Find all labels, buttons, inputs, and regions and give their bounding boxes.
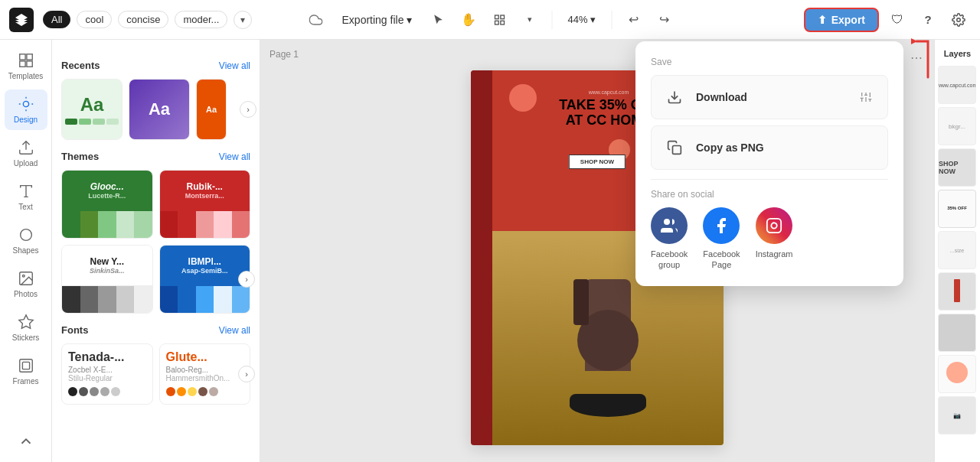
svg-point-13 [22,275,24,277]
svg-rect-8 [26,61,31,67]
fonts-title: Fonts [61,324,88,336]
svg-rect-0 [495,15,498,19]
font-item-tenada[interactable]: Tenada-... Zocbel X-E... Stilu-Regular [61,343,153,405]
sidebar-frames-label: Frames [13,377,39,386]
themes-grid-row1: Glooc... Lucette-R... Rubik-... Montserr… [61,170,250,239]
layer-thumb-4[interactable]: 35% OFF [938,190,976,228]
svg-rect-16 [22,362,29,369]
theme-item-rubik[interactable]: Rubik-... Montserra... [159,170,251,239]
fonts-next-button[interactable]: › [238,366,255,382]
zoom-control[interactable]: 44% ▾ [561,11,602,28]
share-section-label: Share on social [651,189,888,200]
tags-more-button[interactable]: ▾ [234,11,252,29]
layer-thumb-1[interactable]: www.capcut.com [938,66,976,104]
tag-cool[interactable]: cool [77,11,112,28]
app-logo[interactable] [9,8,34,32]
download-settings-icon[interactable] [855,86,877,108]
theme-item-newy[interactable]: New Y... SinkinSa... [61,245,153,314]
cloud-save-icon[interactable] [304,8,328,32]
recent-item-orange[interactable]: Aa [196,79,227,140]
shield-button[interactable]: 🛡 [885,8,910,32]
svg-rect-7 [19,61,24,67]
layer-thumb-3[interactable]: SHOP NOW [938,148,976,187]
font-glute-sub1: Baloo-Reg... [166,366,244,374]
recents-next-button[interactable]: › [240,101,256,118]
layer-thumb-7[interactable] [938,314,976,352]
recent-item-aa[interactable]: Aa [61,79,122,140]
sidebar-item-frames[interactable]: Frames [5,351,47,392]
sidebar-item-photos[interactable]: Photos [5,264,47,304]
facebook-group-icon [651,207,688,244]
export-divider [651,179,888,180]
recents-title: Recents [61,60,100,71]
download-label: Download [696,91,846,103]
facebook-page-share[interactable]: FacebookPage [703,207,740,271]
font-tenada-sub1: Zocbel X-E... [68,366,146,374]
layer-thumb-5[interactable]: ...size [938,231,976,269]
layers-panel-title: Layers [938,46,977,63]
svg-point-11 [20,229,31,241]
sidebar-upload-label: Upload [14,159,38,168]
sidebar-item-upload[interactable]: Upload [5,133,47,174]
theme-item-ibm[interactable]: IBMPl... Asap-SemiB... [159,245,251,314]
export-button[interactable]: ⬆ Export [804,8,879,32]
copy-png-label: Copy as PNG [696,142,877,154]
tag-modern[interactable]: moder... [175,11,227,28]
sidebar-stickers-label: Stickers [12,333,40,342]
sidebar-item-text[interactable]: Text [5,177,47,217]
sidebar-shapes-label: Shapes [13,246,39,255]
redo-button[interactable]: ↪ [652,8,676,32]
file-name-button[interactable]: Page 1 Exporting file ▾ [335,11,420,29]
sidebar-photos-label: Photos [14,290,38,298]
file-name-text: Exporting file [342,14,404,26]
svg-rect-5 [19,54,24,60]
themes-title: Themes [61,151,99,162]
svg-rect-27 [673,146,681,155]
font-item-glute[interactable]: Glute... Baloo-Reg... HammersmithOn... [159,343,251,405]
sidebar-item-shapes[interactable]: Shapes [5,220,47,261]
download-option[interactable]: Download [651,75,888,119]
topbar: All cool concise moder... ▾ Page 1 Expor… [0,0,980,40]
grid-tool-button[interactable] [487,8,511,32]
sidebar-collapse-button[interactable] [5,427,47,456]
hand-tool-button[interactable]: ✋ [456,8,481,32]
select-tool-button[interactable] [426,8,450,32]
grid-chevron-icon[interactable]: ▾ [518,8,542,32]
svg-rect-6 [26,54,31,60]
facebook-group-share[interactable]: Facebookgroup [651,207,688,271]
sidebar-text-label: Text [18,203,32,211]
settings-button[interactable] [946,8,971,32]
sidebar-item-templates[interactable]: Templates [5,46,47,86]
canvas-more-icon[interactable]: ⋯ [908,49,925,66]
sidebar-item-design[interactable]: Design [5,89,47,130]
help-button[interactable]: ? [916,8,940,32]
instagram-label: Instagram [756,249,793,259]
layer-thumb-8[interactable] [938,355,976,393]
fonts-view-all[interactable]: View all [219,325,250,336]
themes-view-all[interactable]: View all [219,151,250,162]
facebook-page-icon [703,207,740,244]
font-tenada-sub2: Stilu-Regular [68,374,146,382]
tag-concise[interactable]: concise [118,11,168,28]
sidebar-templates-label: Templates [8,72,44,80]
facebook-group-label: Facebookgroup [651,249,688,271]
sidebar-design-label: Design [14,116,38,124]
layer-thumb-2[interactable]: bkgr... [938,107,976,145]
tag-all[interactable]: All [43,11,70,28]
social-share-grid: Facebookgroup FacebookPage Instagram [651,207,888,271]
copy-as-png-option[interactable]: Copy as PNG [651,125,888,170]
layer-thumb-9[interactable]: 📷 [938,396,976,434]
instagram-share[interactable]: Instagram [756,207,793,271]
svg-point-9 [23,101,28,106]
recent-item-purple[interactable]: Aa [129,79,190,140]
svg-point-28 [664,219,670,225]
svg-rect-3 [501,21,505,24]
themes-next-button[interactable]: › [238,271,255,288]
theme-item-glooc[interactable]: Glooc... Lucette-R... [61,170,153,239]
undo-button[interactable]: ↩ [621,8,645,32]
layer-thumb-6[interactable] [938,272,976,311]
recents-view-all[interactable]: View all [219,60,250,71]
page-number-label: Page 1 [270,49,299,60]
export-dropdown: Save Download Copy as PNG Share on socia… [635,41,903,286]
sidebar-item-stickers[interactable]: Stickers [5,307,47,348]
